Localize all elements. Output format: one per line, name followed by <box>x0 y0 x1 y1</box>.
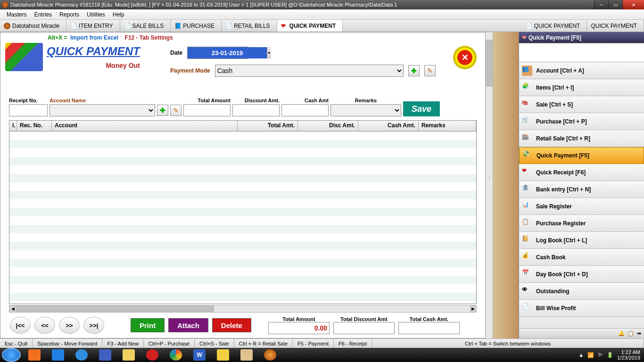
sidebar-item-log-book[interactable]: 📔Log Book [Ctrl + L] <box>519 232 644 249</box>
nav-next-button[interactable]: >> <box>59 317 80 334</box>
scroll-left-button[interactable]: ◀ <box>9 305 16 312</box>
close-button[interactable]: ✕ <box>622 0 644 9</box>
sidebar-item-quick-payment[interactable]: 💸Quick Payment [F5] <box>519 147 644 164</box>
taskbar-paint[interactable] <box>236 348 257 362</box>
sidebar-item-bank-entry[interactable]: 🏦Bank entry [Ctrl + N] <box>519 181 644 198</box>
tab-quick-payment-2[interactable]: 📄QUICK PAYMENT <box>522 20 587 32</box>
menu-reports[interactable]: Reports <box>56 10 83 19</box>
sidebar-item-sale-register[interactable]: 📊Sale Register <box>519 198 644 215</box>
menu-masters[interactable]: Masters <box>3 10 31 19</box>
sidebar-item-sale[interactable]: 🛍Sale [Ctrl + S] <box>519 96 644 113</box>
print-button[interactable]: Print <box>131 318 165 332</box>
col-index[interactable]: I. <box>9 121 17 131</box>
tab-quick-payment-active[interactable]: ❤QUICK PAYMENT <box>277 20 343 32</box>
col-disc-amt[interactable]: Disc Amt. <box>298 121 358 131</box>
status-f3: F3 - Add New <box>102 339 144 348</box>
col-account[interactable]: Account <box>52 121 238 131</box>
taskbar-current-app[interactable] <box>259 348 281 362</box>
system-tray[interactable]: ▲ 📶 🏳 🔋 1:22 AM 1/23/2019 <box>578 349 644 361</box>
scroll-right-button[interactable]: ▶ <box>470 305 476 312</box>
taskbar-opera[interactable] <box>141 348 163 362</box>
nav-first-button[interactable]: |<< <box>10 317 31 334</box>
col-cash-amt[interactable]: Cash Amt. <box>358 121 419 131</box>
save-button[interactable]: Save <box>403 101 440 116</box>
attach-button[interactable]: Attach <box>168 318 208 332</box>
scroll-thumb[interactable] <box>16 305 214 312</box>
tab-purchase[interactable]: 📘PURCHASE <box>171 20 222 32</box>
col-remarks[interactable]: Remarks <box>419 121 476 131</box>
grid-header: I. Rec. No. Account Total Amt. Disc Amt.… <box>9 120 477 132</box>
add-payment-mode-button[interactable]: ✚ <box>408 65 420 76</box>
menu-help[interactable]: Help <box>109 10 128 19</box>
edit-account-button[interactable]: ✎ <box>170 105 182 116</box>
close-form-button[interactable]: ✕ <box>453 46 477 69</box>
status-ctrltab: Ctrl + Tab = Switch between windows <box>372 339 644 348</box>
sidebar-item-items[interactable]: 🧩Items [Ctrl + I] <box>519 79 644 96</box>
sidebar-item-day-book[interactable]: 📅Day Book [Ctrl + D] <box>519 266 644 283</box>
menu-utilities[interactable]: Utilities <box>83 10 109 19</box>
remarks-select[interactable] <box>330 104 401 116</box>
tab-quick-payment-3[interactable]: QUICK PAYMENT <box>587 20 644 32</box>
add-account-button[interactable]: ✚ <box>157 105 168 116</box>
horizontal-scrollbar[interactable]: ◀ ▶ <box>9 305 477 313</box>
vertical-scrollbar[interactable]: ⋮ <box>486 32 493 338</box>
sidebar-item-purchase-register[interactable]: 📋Purchase Register <box>519 215 644 232</box>
total-discount-footer <box>333 322 395 334</box>
sidebar-item-account[interactable]: 👥Account [Ctrl + A] <box>519 62 644 79</box>
date-label: Date <box>170 49 182 56</box>
tab-retail-bills[interactable]: 📄RETAIL BILLS <box>222 20 277 32</box>
delete-button[interactable]: Delete <box>212 318 251 332</box>
tray-battery-icon[interactable]: 🔋 <box>607 352 613 358</box>
payment-mode-select[interactable]: Cash <box>215 65 404 77</box>
tray-up-icon[interactable]: ▲ <box>578 352 584 358</box>
taskbar-vlc[interactable] <box>24 348 45 362</box>
tab-home[interactable]: Datotahost Miracle <box>0 20 66 32</box>
status-f6: F6 - Receipt <box>334 339 372 348</box>
taskbar-chrome[interactable] <box>165 348 187 362</box>
account-name-select[interactable] <box>50 104 155 116</box>
sidebar-footer-icon-2[interactable]: 📋 <box>627 330 634 337</box>
tab-sale-bills[interactable]: 📄SALE BILLS <box>120 20 171 32</box>
sidebar-item-outstanding[interactable]: 👁Outstanding <box>519 283 644 300</box>
maximize-button[interactable]: ▭ <box>608 0 622 9</box>
discount-amt-input[interactable] <box>232 104 280 116</box>
tray-network-icon[interactable]: 📶 <box>587 352 594 358</box>
receipt-no-input[interactable] <box>9 104 48 116</box>
tab-item-entry[interactable]: 📄ITEM ENTRY <box>66 20 120 32</box>
sidebar-footer-icon-3[interactable]: ➡ <box>637 330 641 337</box>
taskbar-word[interactable]: W <box>189 348 210 362</box>
taskbar-app2[interactable] <box>94 348 116 362</box>
sidebar-footer-icon-1[interactable]: 🔔 <box>618 330 625 337</box>
sidebar-item-retail-sale[interactable]: 🏬Retail Sale [Ctrl + R] <box>519 130 644 147</box>
sidebar-item-cash-book[interactable]: 💰Cash Book <box>519 249 644 266</box>
date-input[interactable] <box>188 47 267 58</box>
receipt-no-label: Receipt No. <box>9 98 48 103</box>
nav-prev-button[interactable]: << <box>34 317 55 334</box>
total-cash-footer <box>398 322 460 334</box>
total-amount-footer <box>268 322 330 334</box>
nav-last-button[interactable]: >>| <box>83 317 104 334</box>
account-name-label: Account Name <box>50 98 155 103</box>
menu-entries[interactable]: Entries <box>31 10 56 19</box>
total-amount-input[interactable] <box>183 104 231 116</box>
taskbar-notes[interactable] <box>212 348 234 362</box>
minimize-button[interactable]: ─ <box>594 0 608 9</box>
taskbar-explorer[interactable] <box>118 348 140 362</box>
tray-clock[interactable]: 1:22 AM 1/23/2019 <box>617 349 640 361</box>
cash-amt-input[interactable] <box>281 104 329 116</box>
col-total-amt[interactable]: Total Amt. <box>238 121 298 131</box>
sidebar-item-bill-wise-profit[interactable]: 📄Bill Wise Profit <box>519 300 644 317</box>
date-dropdown-button[interactable]: ▼ <box>267 47 271 58</box>
sidebar-item-quick-receipt[interactable]: ❤Quick Receipt [F6] <box>519 164 644 181</box>
col-rec-no[interactable]: Rec. No. <box>17 121 52 131</box>
splitter-gripper-icon[interactable]: ⋮ <box>486 170 493 184</box>
edit-payment-mode-button[interactable]: ✎ <box>424 65 436 76</box>
tray-flag-icon[interactable]: 🏳 <box>598 352 603 358</box>
start-button[interactable] <box>2 348 21 362</box>
sidebar-footer: 🔔 📋 ➡ <box>519 328 644 338</box>
grid-body[interactable] <box>9 132 477 304</box>
total-amount-label: Total Amount <box>183 98 231 103</box>
sidebar-item-purchase[interactable]: 🛒Purchase [Ctrl + P] <box>519 113 644 130</box>
taskbar-ie[interactable] <box>71 348 92 362</box>
taskbar-app1[interactable] <box>47 348 69 362</box>
